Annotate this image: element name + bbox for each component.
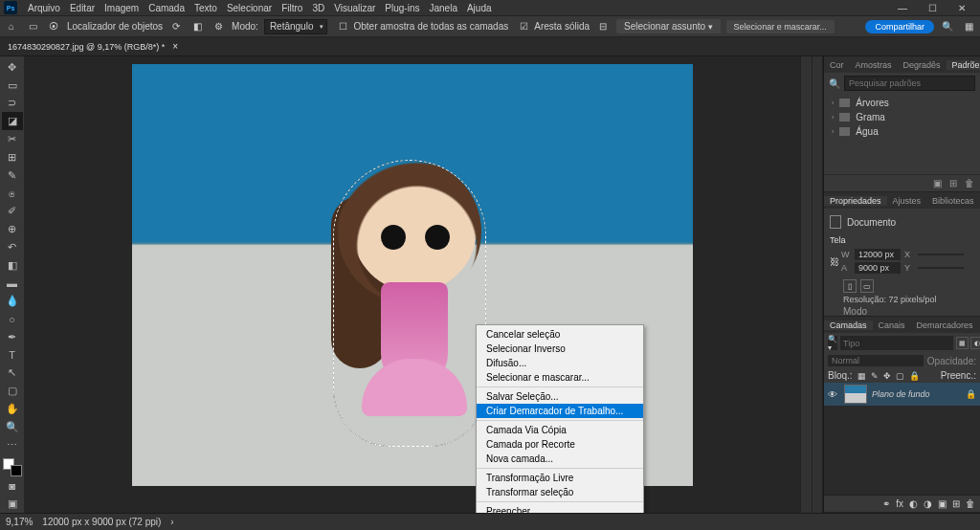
lock-position-icon[interactable]: ✥ (883, 371, 891, 381)
menu-plugins[interactable]: Plug-ins (380, 3, 424, 13)
blend-mode-dropdown[interactable]: Normal (828, 355, 924, 366)
zoom-tool[interactable]: 🔍 (2, 418, 23, 436)
window-minimize-icon[interactable]: — (893, 3, 912, 13)
workspace-icon[interactable]: ▦ (961, 19, 976, 34)
quickmask-tool[interactable]: ◙ (2, 476, 23, 495)
window-close-icon[interactable]: ✕ (953, 3, 970, 13)
ctx-free-transform[interactable]: Transformação Livre (477, 471, 643, 485)
tab-layers[interactable]: Camadas (824, 320, 873, 330)
pen-tool[interactable]: ✒ (2, 328, 23, 346)
object-finder-icon[interactable]: ⦿ (46, 19, 61, 34)
type-tool[interactable]: T (2, 346, 23, 364)
tool-preset-icon[interactable]: ▭ (25, 19, 40, 34)
ctx-select-mask[interactable]: Selecionar e mascarar... (477, 370, 643, 385)
menu-camada[interactable]: Camada (144, 3, 189, 13)
gradient-tool[interactable]: ▬ (2, 275, 23, 293)
layer-mask-icon[interactable]: ◐ (909, 498, 918, 509)
menu-arquivo[interactable]: Arquivo (23, 3, 65, 13)
link-layers-icon[interactable]: ⚭ (882, 498, 890, 509)
lock-all-icon[interactable]: 🔒 (909, 371, 920, 381)
refresh-icon[interactable]: ⟳ (168, 19, 184, 34)
menu-filtro[interactable]: Filtro (277, 3, 307, 13)
ctx-fill[interactable]: Preencher... (477, 504, 643, 513)
tab-adjustments[interactable]: Ajustes (887, 196, 927, 206)
ctx-cancel-selection[interactable]: Cancelar seleção (477, 327, 643, 342)
menu-imagem[interactable]: Imagem (100, 3, 144, 13)
filter-adjust-icon[interactable]: ◐ (970, 337, 980, 349)
lock-transparency-icon[interactable]: ▦ (858, 371, 866, 381)
hard-edge-checkbox[interactable]: Aresta sólida (534, 21, 590, 32)
width-field[interactable]: 12000 px (855, 249, 901, 260)
new-pattern-icon[interactable]: ⊞ (949, 178, 957, 188)
ctx-new-layer[interactable]: Nova camada... (477, 452, 643, 466)
x-field[interactable] (918, 254, 964, 255)
ctx-layer-via-cut[interactable]: Camada por Recorte (477, 437, 643, 452)
subtract-icon[interactable]: ⊟ (595, 19, 611, 34)
eraser-tool[interactable]: ◧ (2, 256, 23, 275)
tab-patterns[interactable]: Padrões (947, 60, 980, 70)
pattern-folder-trees[interactable]: ›Árvores (824, 96, 980, 110)
pattern-folder-grass[interactable]: ›Grama (824, 110, 980, 124)
height-field[interactable]: 9000 px (855, 262, 901, 274)
select-subject-button[interactable]: Selecionar assunto ▾ (616, 19, 721, 33)
layer-lock-icon[interactable]: 🔒 (966, 389, 976, 399)
layer-thumbnail[interactable] (844, 385, 867, 404)
blur-tool[interactable]: 💧 (2, 292, 23, 310)
tab-gradients[interactable]: Degradês (898, 60, 947, 70)
select-mask-button[interactable]: Selecionar e mascarar... (726, 20, 835, 33)
crop-tool[interactable]: ✂ (2, 130, 23, 148)
brush-tool[interactable]: ✐ (2, 202, 23, 220)
shape-tool[interactable]: ▢ (2, 382, 23, 400)
layer-style-icon[interactable]: fx (896, 498, 903, 509)
history-brush-tool[interactable]: ↶ (2, 238, 23, 256)
panel-collapse-strip[interactable] (812, 56, 823, 513)
filter-pixel-icon[interactable]: ▦ (956, 337, 969, 349)
layer-name[interactable]: Plano de fundo (872, 389, 930, 399)
edit-toolbar[interactable]: ⋯ (2, 436, 23, 454)
menu-texto[interactable]: Texto (189, 3, 222, 13)
doc-dimensions[interactable]: 12000 px x 9000 px (72 ppi) (42, 517, 161, 527)
ctx-save-selection[interactable]: Salvar Seleção... (477, 389, 643, 404)
tab-close-icon[interactable]: × (172, 41, 178, 52)
canvas-area[interactable]: Cancelar seleção Selecionar Inverso Difu… (24, 56, 800, 513)
path-select-tool[interactable]: ↖ (2, 364, 23, 383)
lasso-tool[interactable]: ⊃ (2, 95, 23, 113)
hand-tool[interactable]: ✋ (2, 400, 23, 418)
ctx-feather[interactable]: Difusão... (477, 356, 643, 370)
menu-selecionar[interactable]: Selecionar (222, 3, 277, 13)
color-swatch[interactable] (3, 458, 22, 477)
tab-swatches[interactable]: Amostras (850, 60, 898, 70)
menu-3d[interactable]: 3D (307, 3, 329, 13)
new-group-icon[interactable]: ▣ (938, 498, 947, 509)
tab-channels[interactable]: Canais (873, 320, 911, 330)
menu-janela[interactable]: Janela (424, 3, 461, 13)
ctx-layer-via-copy[interactable]: Camada Via Cópia (477, 423, 643, 437)
layer-filter-type[interactable]: 🔍▾ (828, 336, 837, 350)
tab-libraries[interactable]: Bibliotecas (926, 196, 980, 206)
pattern-folder-water[interactable]: ›Água (824, 124, 980, 139)
landscape-icon[interactable]: ▭ (860, 279, 874, 293)
share-button[interactable]: Compartilhar (865, 20, 934, 33)
lock-pixels-icon[interactable]: ✎ (871, 371, 879, 381)
ctx-transform-selection[interactable]: Transformar seleção (477, 485, 643, 499)
home-icon[interactable]: ⌂ (4, 19, 19, 34)
ctx-make-work-path[interactable]: Criar Demarcador de Trabalho... (477, 404, 643, 418)
move-tool[interactable]: ✥ (2, 58, 23, 77)
delete-icon[interactable]: 🗑 (965, 178, 974, 188)
stamp-tool[interactable]: ⊕ (2, 220, 23, 238)
tab-paths[interactable]: Demarcadores (911, 320, 979, 330)
canvas-scrollbar-v[interactable] (800, 56, 812, 513)
ctx-select-inverse[interactable]: Selecionar Inverso (477, 342, 643, 356)
window-maximize-icon[interactable]: ☐ (924, 3, 942, 13)
layer-background[interactable]: 👁 Plano de fundo 🔒 (824, 383, 980, 406)
marquee-tool[interactable]: ▭ (2, 77, 23, 95)
new-folder-icon[interactable]: ▣ (933, 178, 942, 188)
settings-icon[interactable]: ⚙ (211, 19, 226, 34)
zoom-level[interactable]: 9,17% (6, 517, 33, 527)
dodge-tool[interactable]: ○ (2, 310, 23, 328)
tab-color[interactable]: Cor (824, 60, 850, 70)
menu-ajuda[interactable]: Ajuda (462, 3, 497, 13)
screenmode-tool[interactable]: ▣ (2, 495, 23, 513)
y-field[interactable] (918, 267, 964, 269)
eyedropper-tool[interactable]: ✎ (2, 166, 23, 185)
